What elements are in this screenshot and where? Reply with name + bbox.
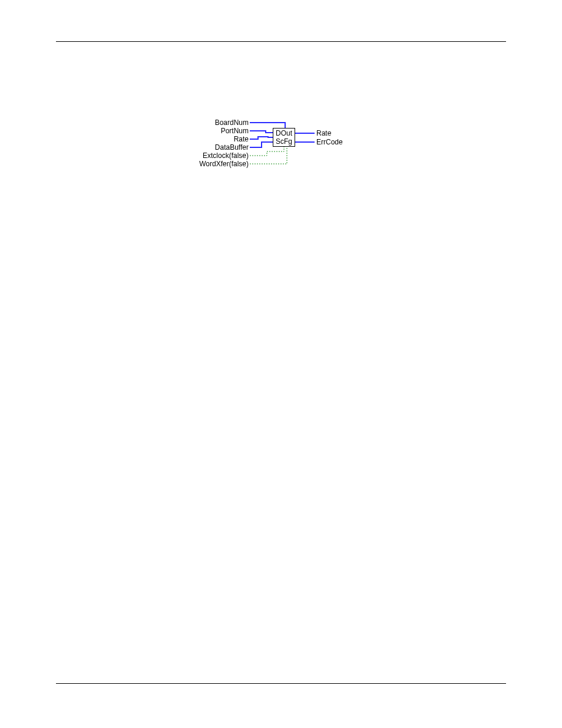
page-rule-bottom [56,683,506,684]
wire-boardnum [250,123,285,128]
wire-extclock [250,147,284,156]
wire-databuffer [250,142,273,147]
block-diagram: BoardNum PortNum Rate DataBuffer Extcloc… [196,119,372,190]
wire-rate-in [250,137,273,139]
wire-portnum [250,131,273,133]
wiring-svg [196,119,372,190]
page-rule-top [56,41,506,42]
